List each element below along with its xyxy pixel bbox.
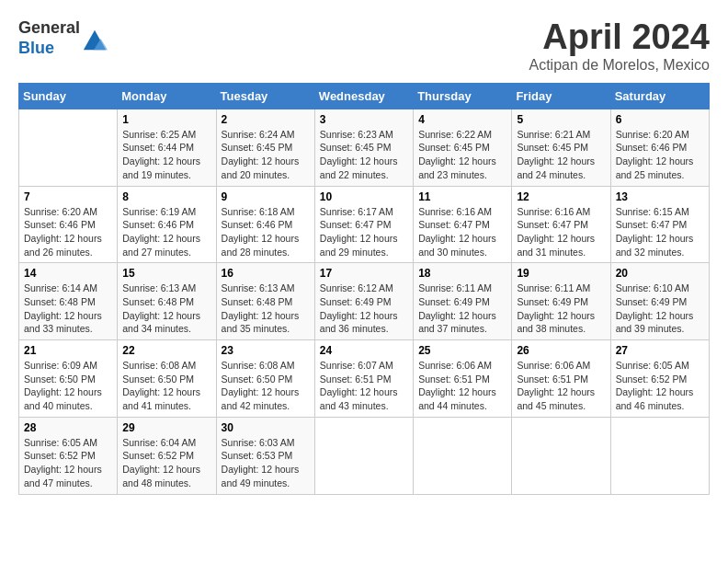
calendar-table: SundayMondayTuesdayWednesdayThursdayFrid…	[18, 83, 710, 495]
calendar-cell: 5Sunrise: 6:21 AM Sunset: 6:45 PM Daylig…	[512, 109, 610, 186]
day-info: Sunrise: 6:05 AM Sunset: 6:52 PM Dayligh…	[24, 436, 112, 490]
day-info: Sunrise: 6:16 AM Sunset: 6:47 PM Dayligh…	[418, 205, 506, 259]
day-number: 20	[616, 267, 704, 280]
calendar-cell	[610, 417, 709, 494]
calendar-cell: 7Sunrise: 6:20 AM Sunset: 6:46 PM Daylig…	[19, 186, 118, 263]
day-info: Sunrise: 6:16 AM Sunset: 6:47 PM Dayligh…	[517, 205, 605, 259]
day-info: Sunrise: 6:24 AM Sunset: 6:45 PM Dayligh…	[222, 128, 310, 182]
day-number: 8	[122, 190, 210, 203]
day-number: 18	[418, 267, 506, 280]
day-number: 10	[320, 190, 408, 203]
calendar-cell: 24Sunrise: 6:07 AM Sunset: 6:51 PM Dayli…	[314, 340, 413, 418]
day-number: 14	[24, 267, 112, 280]
day-number: 26	[517, 344, 605, 357]
calendar-cell: 29Sunrise: 6:04 AM Sunset: 6:52 PM Dayli…	[118, 417, 216, 494]
day-number: 13	[616, 190, 704, 203]
calendar-cell: 19Sunrise: 6:11 AM Sunset: 6:49 PM Dayli…	[512, 263, 610, 340]
day-number: 15	[122, 267, 210, 280]
day-info: Sunrise: 6:09 AM Sunset: 6:50 PM Dayligh…	[24, 359, 112, 413]
calendar-cell: 15Sunrise: 6:13 AM Sunset: 6:48 PM Dayli…	[118, 263, 216, 340]
day-info: Sunrise: 6:14 AM Sunset: 6:48 PM Dayligh…	[24, 282, 112, 336]
day-info: Sunrise: 6:11 AM Sunset: 6:49 PM Dayligh…	[517, 282, 605, 336]
calendar-cell: 23Sunrise: 6:08 AM Sunset: 6:50 PM Dayli…	[216, 340, 314, 418]
day-number: 3	[320, 113, 408, 126]
page-header: General Blue April 2024 Actipan de Morel…	[18, 18, 710, 74]
day-info: Sunrise: 6:20 AM Sunset: 6:46 PM Dayligh…	[616, 128, 704, 182]
calendar-cell: 2Sunrise: 6:24 AM Sunset: 6:45 PM Daylig…	[216, 109, 314, 186]
week-row-4: 21Sunrise: 6:09 AM Sunset: 6:50 PM Dayli…	[19, 340, 710, 418]
logo-icon	[82, 26, 108, 52]
calendar-cell: 17Sunrise: 6:12 AM Sunset: 6:49 PM Dayli…	[314, 263, 413, 340]
calendar-cell: 13Sunrise: 6:15 AM Sunset: 6:47 PM Dayli…	[610, 186, 709, 263]
day-info: Sunrise: 6:25 AM Sunset: 6:44 PM Dayligh…	[122, 128, 210, 182]
title-block: April 2024 Actipan de Morelos, Mexico	[529, 18, 710, 74]
day-header-friday: Friday	[512, 83, 610, 109]
day-info: Sunrise: 6:08 AM Sunset: 6:50 PM Dayligh…	[222, 359, 310, 413]
day-number: 30	[222, 421, 310, 434]
calendar-cell: 9Sunrise: 6:18 AM Sunset: 6:46 PM Daylig…	[216, 186, 314, 263]
calendar-cell: 28Sunrise: 6:05 AM Sunset: 6:52 PM Dayli…	[19, 417, 118, 494]
day-number: 21	[24, 344, 112, 357]
day-info: Sunrise: 6:12 AM Sunset: 6:49 PM Dayligh…	[320, 282, 408, 336]
location-subtitle: Actipan de Morelos, Mexico	[529, 57, 710, 74]
day-number: 5	[517, 113, 605, 126]
day-header-tuesday: Tuesday	[216, 83, 314, 109]
day-number: 9	[222, 190, 310, 203]
calendar-cell: 21Sunrise: 6:09 AM Sunset: 6:50 PM Dayli…	[19, 340, 118, 418]
day-number: 23	[222, 344, 310, 357]
day-number: 24	[320, 344, 408, 357]
week-row-3: 14Sunrise: 6:14 AM Sunset: 6:48 PM Dayli…	[19, 263, 710, 340]
day-info: Sunrise: 6:13 AM Sunset: 6:48 PM Dayligh…	[122, 282, 210, 336]
day-info: Sunrise: 6:05 AM Sunset: 6:52 PM Dayligh…	[616, 359, 704, 413]
day-info: Sunrise: 6:21 AM Sunset: 6:45 PM Dayligh…	[517, 128, 605, 182]
day-info: Sunrise: 6:07 AM Sunset: 6:51 PM Dayligh…	[320, 359, 408, 413]
calendar-cell: 27Sunrise: 6:05 AM Sunset: 6:52 PM Dayli…	[610, 340, 709, 418]
calendar-cell: 20Sunrise: 6:10 AM Sunset: 6:49 PM Dayli…	[610, 263, 709, 340]
week-row-2: 7Sunrise: 6:20 AM Sunset: 6:46 PM Daylig…	[19, 186, 710, 263]
day-info: Sunrise: 6:13 AM Sunset: 6:48 PM Dayligh…	[222, 282, 310, 336]
day-info: Sunrise: 6:03 AM Sunset: 6:53 PM Dayligh…	[222, 436, 310, 490]
calendar-cell: 25Sunrise: 6:06 AM Sunset: 6:51 PM Dayli…	[414, 340, 512, 418]
logo: General Blue	[18, 18, 108, 58]
calendar-cell: 11Sunrise: 6:16 AM Sunset: 6:47 PM Dayli…	[414, 186, 512, 263]
day-info: Sunrise: 6:10 AM Sunset: 6:49 PM Dayligh…	[616, 282, 704, 336]
day-number: 25	[418, 344, 506, 357]
calendar-cell: 10Sunrise: 6:17 AM Sunset: 6:47 PM Dayli…	[314, 186, 413, 263]
day-number: 2	[222, 113, 310, 126]
logo-text: General Blue	[18, 18, 80, 58]
day-number: 7	[24, 190, 112, 203]
day-number: 11	[418, 190, 506, 203]
day-info: Sunrise: 6:23 AM Sunset: 6:45 PM Dayligh…	[320, 128, 408, 182]
calendar-cell: 3Sunrise: 6:23 AM Sunset: 6:45 PM Daylig…	[314, 109, 413, 186]
calendar-cell	[414, 417, 512, 494]
day-number: 28	[24, 421, 112, 434]
day-number: 1	[122, 113, 210, 126]
day-header-sunday: Sunday	[19, 83, 118, 109]
calendar-cell: 16Sunrise: 6:13 AM Sunset: 6:48 PM Dayli…	[216, 263, 314, 340]
calendar-cell: 8Sunrise: 6:19 AM Sunset: 6:46 PM Daylig…	[118, 186, 216, 263]
day-number: 4	[418, 113, 506, 126]
day-header-wednesday: Wednesday	[314, 83, 413, 109]
calendar-cell: 12Sunrise: 6:16 AM Sunset: 6:47 PM Dayli…	[512, 186, 610, 263]
day-number: 17	[320, 267, 408, 280]
week-row-5: 28Sunrise: 6:05 AM Sunset: 6:52 PM Dayli…	[19, 417, 710, 494]
day-number: 19	[517, 267, 605, 280]
day-info: Sunrise: 6:18 AM Sunset: 6:46 PM Dayligh…	[222, 205, 310, 259]
day-info: Sunrise: 6:08 AM Sunset: 6:50 PM Dayligh…	[122, 359, 210, 413]
day-info: Sunrise: 6:20 AM Sunset: 6:46 PM Dayligh…	[24, 205, 112, 259]
day-number: 12	[517, 190, 605, 203]
calendar-cell: 26Sunrise: 6:06 AM Sunset: 6:51 PM Dayli…	[512, 340, 610, 418]
day-header-thursday: Thursday	[414, 83, 512, 109]
month-title: April 2024	[529, 18, 710, 57]
day-info: Sunrise: 6:04 AM Sunset: 6:52 PM Dayligh…	[122, 436, 210, 490]
calendar-cell: 1Sunrise: 6:25 AM Sunset: 6:44 PM Daylig…	[118, 109, 216, 186]
calendar-cell: 18Sunrise: 6:11 AM Sunset: 6:49 PM Dayli…	[414, 263, 512, 340]
calendar-cell	[19, 109, 118, 186]
calendar-cell: 30Sunrise: 6:03 AM Sunset: 6:53 PM Dayli…	[216, 417, 314, 494]
header-row: SundayMondayTuesdayWednesdayThursdayFrid…	[19, 83, 710, 109]
day-info: Sunrise: 6:17 AM Sunset: 6:47 PM Dayligh…	[320, 205, 408, 259]
calendar-cell	[512, 417, 610, 494]
day-number: 16	[222, 267, 310, 280]
calendar-cell: 6Sunrise: 6:20 AM Sunset: 6:46 PM Daylig…	[610, 109, 709, 186]
day-info: Sunrise: 6:06 AM Sunset: 6:51 PM Dayligh…	[517, 359, 605, 413]
